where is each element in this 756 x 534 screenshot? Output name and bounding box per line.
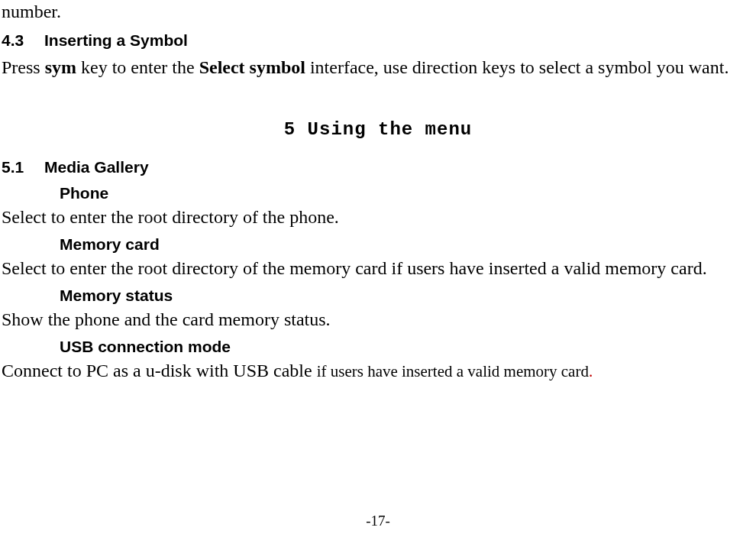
- paragraph-memory-status: Show the phone and the card memory statu…: [2, 309, 756, 330]
- heading-title: Inserting a Symbol: [44, 31, 188, 49]
- text-run: interface, use direction keys to select …: [305, 57, 729, 77]
- paragraph-usb: Connect to PC as a u-disk with USB cable…: [2, 361, 756, 381]
- chapter-5-heading: 5 Using the menu: [0, 119, 756, 140]
- period-red: .: [589, 362, 593, 380]
- bold-sym: sym: [45, 57, 76, 77]
- heading-number: 4.3: [2, 31, 44, 50]
- paragraph-4-3: Press sym key to enter the Select symbol…: [2, 57, 756, 78]
- subheading-usb-connection-mode: USB connection mode: [60, 338, 756, 356]
- text-run: Press: [2, 57, 45, 77]
- text-run: Connect to PC as a u-disk with USB cable: [2, 361, 317, 380]
- page-number: -17-: [0, 513, 756, 529]
- text-run: key to enter the: [76, 57, 199, 77]
- subheading-memory-card: Memory card: [60, 235, 756, 254]
- text-run-small: if users have inserted a valid memory ca…: [317, 362, 589, 380]
- subheading-memory-status: Memory status: [60, 286, 756, 305]
- bold-select-symbol: Select symbol: [199, 57, 305, 77]
- heading-4-3: 4.3Inserting a Symbol: [2, 31, 756, 50]
- body-fragment-number: number.: [2, 2, 756, 22]
- subheading-phone: Phone: [60, 184, 756, 202]
- paragraph-memory-card: Select to enter the root directory of th…: [2, 258, 756, 279]
- heading-number: 5.1: [2, 158, 44, 176]
- heading-5-1: 5.1Media Gallery: [2, 158, 756, 176]
- paragraph-phone: Select to enter the root directory of th…: [2, 207, 756, 228]
- heading-title: Media Gallery: [44, 158, 149, 176]
